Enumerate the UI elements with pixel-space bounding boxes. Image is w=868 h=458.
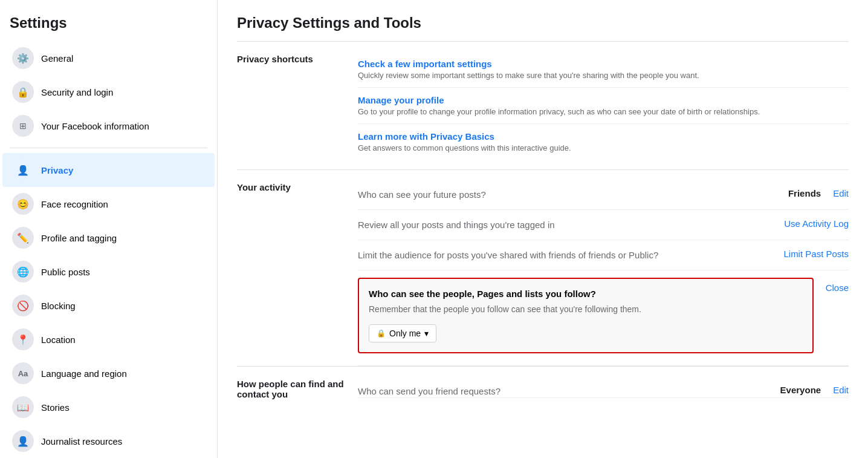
privacy-icon: 👤 <box>12 159 34 181</box>
use-activity-log-button[interactable]: Use Activity Log <box>784 218 849 229</box>
friend-requests-question: Who can send you friend requests? <box>358 385 768 397</box>
sidebar-item-location[interactable]: 📍 Location <box>2 322 215 356</box>
sidebar-item-privacy[interactable]: 👤 Privacy <box>2 153 215 187</box>
journalist-icon: 👤 <box>12 430 34 452</box>
sidebar: Settings ⚙️ General 🔒 Security and login… <box>0 0 218 458</box>
sidebar-label-location: Location <box>41 335 76 345</box>
your-activity-body: Who can see your future posts? Friends E… <box>358 180 849 366</box>
future-posts-value: Friends <box>788 188 821 198</box>
follow-visibility-row: Who can see the people, Pages and lists … <box>358 270 849 366</box>
friend-requests-row: Who can send you friend requests? Everyo… <box>358 376 849 398</box>
shortcut-row-2: Manage your profile Go to your profile t… <box>358 88 849 124</box>
sidebar-item-public-posts[interactable]: 🌐 Public posts <box>2 255 215 289</box>
future-posts-question: Who can see your future posts? <box>358 188 776 201</box>
sidebar-item-journalist[interactable]: 👤 Journalist resources <box>2 424 215 458</box>
friend-requests-edit-button[interactable]: Edit <box>833 385 849 395</box>
find-contact-body: Who can send you friend requests? Everyo… <box>358 376 849 399</box>
limit-audience-row: Limit the audience for posts you've shar… <box>358 240 849 270</box>
review-posts-question: Review all your posts and things you're … <box>358 218 760 231</box>
gear-icon: ⚙️ <box>12 47 34 69</box>
audience-selector-button[interactable]: 🔒 Only me ▾ <box>369 324 436 342</box>
sidebar-divider-1 <box>10 148 207 148</box>
limit-audience-question: Limit the audience for posts you've shar… <box>358 249 759 261</box>
sidebar-item-language[interactable]: Aa Language and region <box>2 356 215 390</box>
future-posts-edit-button[interactable]: Edit <box>833 188 849 198</box>
globe-icon: 🌐 <box>12 261 34 283</box>
sidebar-label-general: General <box>41 53 73 64</box>
privacy-shortcuts-label: Privacy shortcuts <box>237 51 358 160</box>
page-title: Privacy Settings and Tools <box>237 15 849 31</box>
sidebar-label-face-recognition: Face recognition <box>41 199 108 209</box>
privacy-shortcuts-body: Check a few important settings Quickly r… <box>358 51 849 160</box>
sidebar-item-facebook-info[interactable]: ⊞ Your Facebook information <box>2 109 215 143</box>
sidebar-label-profile-tagging: Profile and tagging <box>41 233 117 243</box>
review-posts-row: Review all your posts and things you're … <box>358 210 849 240</box>
sidebar-label-language: Language and region <box>41 368 127 379</box>
future-posts-row: Who can see your future posts? Friends E… <box>358 180 849 210</box>
face-icon: 😊 <box>12 193 34 215</box>
your-activity-label: Your activity <box>237 180 358 366</box>
shortcut-desc-3: Get answers to common questions with thi… <box>358 143 849 152</box>
shortcut-row-1: Check a few important settings Quickly r… <box>358 51 849 88</box>
shortcut-desc-2: Go to your profile to change your profil… <box>358 107 849 116</box>
your-activity-section: Your activity Who can see your future po… <box>237 170 849 367</box>
location-icon: 📍 <box>12 329 34 350</box>
privacy-shortcuts-section: Privacy shortcuts Check a few important … <box>237 42 849 170</box>
close-follow-visibility-button[interactable]: Close <box>826 283 849 293</box>
block-icon: 🚫 <box>12 295 34 316</box>
shortcut-link-3[interactable]: Learn more with Privacy Basics <box>358 131 849 142</box>
sidebar-item-blocking[interactable]: 🚫 Blocking <box>2 289 215 322</box>
language-icon: Aa <box>12 362 34 384</box>
sidebar-label-journalist: Journalist resources <box>41 436 122 447</box>
tag-icon: ✏️ <box>12 227 34 249</box>
shortcut-row-3: Learn more with Privacy Basics Get answe… <box>358 124 849 160</box>
sidebar-label-privacy: Privacy <box>41 165 73 175</box>
follow-visibility-desc: Remember that the people you follow can … <box>369 304 803 316</box>
sidebar-item-stories[interactable]: 📖 Stories <box>2 390 215 424</box>
main-content: Privacy Settings and Tools Privacy short… <box>218 0 868 458</box>
lock-small-icon: 🔒 <box>377 329 386 338</box>
sidebar-item-general[interactable]: ⚙️ General <box>2 41 215 75</box>
sidebar-label-facebook-info: Your Facebook information <box>41 121 149 131</box>
shortcut-link-2[interactable]: Manage your profile <box>358 95 849 105</box>
sidebar-item-security[interactable]: 🔒 Security and login <box>2 75 215 109</box>
find-contact-label: How people can find and contact you <box>237 376 358 399</box>
sidebar-title: Settings <box>0 10 217 41</box>
sidebar-item-face-recognition[interactable]: 😊 Face recognition <box>2 187 215 221</box>
sidebar-label-security: Security and login <box>41 87 113 97</box>
shortcut-link-1[interactable]: Check a few important settings <box>358 59 849 69</box>
sidebar-label-blocking: Blocking <box>41 301 76 311</box>
info-icon: ⊞ <box>12 115 34 137</box>
sidebar-label-stories: Stories <box>41 402 70 413</box>
follow-visibility-title: Who can see the people, Pages and lists … <box>369 289 803 299</box>
dropdown-arrow-icon: ▾ <box>424 329 429 338</box>
stories-icon: 📖 <box>12 396 34 418</box>
limit-past-posts-button[interactable]: Limit Past Posts <box>783 249 849 259</box>
sidebar-label-public-posts: Public posts <box>41 267 90 277</box>
shortcut-desc-1: Quickly review some important settings t… <box>358 71 849 80</box>
friend-requests-value: Everyone <box>780 385 821 395</box>
audience-label: Only me <box>389 329 421 338</box>
sidebar-item-profile-tagging[interactable]: ✏️ Profile and tagging <box>2 221 215 255</box>
follow-visibility-box: Who can see the people, Pages and lists … <box>358 278 814 353</box>
find-contact-section: How people can find and contact you Who … <box>237 367 849 409</box>
lock-icon: 🔒 <box>12 81 34 103</box>
